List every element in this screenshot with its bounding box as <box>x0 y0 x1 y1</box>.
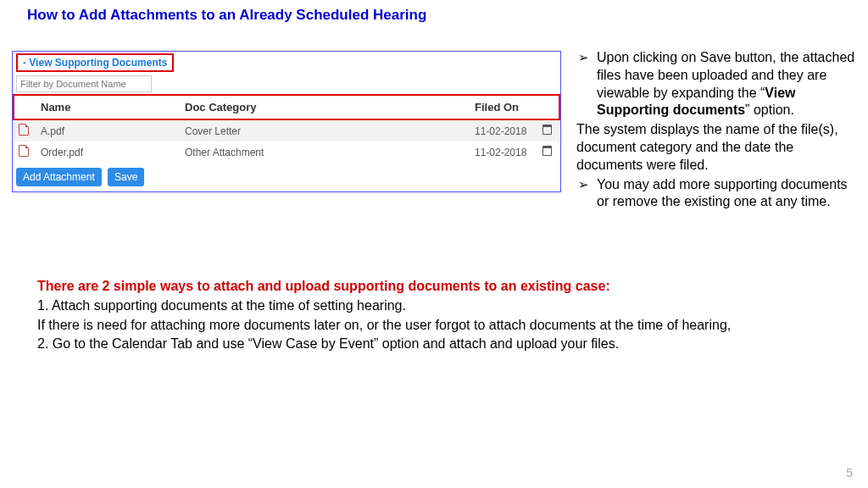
save-button[interactable]: Save <box>108 168 144 186</box>
doc-name: A.pdf <box>36 119 180 141</box>
col-header-category: Doc Category <box>180 95 470 119</box>
lower-line-3: 2. Go to the Calendar Tab and use “View … <box>37 336 834 353</box>
right-explanatory-text: Upon clicking on Save button, the attach… <box>576 49 856 213</box>
page-title: How to Add Attachments to an Already Sch… <box>27 7 426 24</box>
filter-by-document-name-input[interactable] <box>16 75 152 92</box>
paragraph-1: The system displays the name of the file… <box>576 121 856 174</box>
table-row: A.pdf Cover Letter 11-02-2018 <box>14 119 559 141</box>
lower-body-text: There are 2 simple ways to attach and up… <box>37 278 834 355</box>
vsd-highlight-box: - View Supporting Documents <box>16 53 174 72</box>
lower-line-2: If there is need for attaching more docu… <box>37 317 834 335</box>
red-lead-text: There are 2 simple ways to attach and up… <box>37 278 834 296</box>
doc-category: Other Attachment <box>180 141 470 163</box>
view-supporting-documents-link[interactable]: - View Supporting Documents <box>18 55 172 70</box>
delete-icon[interactable] <box>542 125 552 135</box>
button-row: Add Attachment Save <box>13 163 560 191</box>
pdf-icon <box>19 145 29 157</box>
lower-line-1: 1. Attach supporting documents at the ti… <box>37 297 834 315</box>
col-header-name: Name <box>36 95 180 119</box>
page-number: 5 <box>846 466 853 480</box>
doc-category: Cover Letter <box>180 119 470 141</box>
table-row: Order.pdf Other Attachment 11-02-2018 <box>14 141 559 163</box>
pdf-icon <box>19 124 29 136</box>
doc-filed: 11-02-2018 <box>470 141 537 163</box>
doc-name: Order.pdf <box>36 141 180 163</box>
documents-table: Name Doc Category Filed On A.pdf Cover L… <box>13 94 560 163</box>
add-attachment-button[interactable]: Add Attachment <box>16 168 102 186</box>
doc-filed: 11-02-2018 <box>470 119 537 141</box>
delete-icon[interactable] <box>542 146 552 156</box>
col-header-filed: Filed On <box>470 95 537 119</box>
bullet-2: You may add more supporting documents or… <box>576 176 856 212</box>
table-header-row: Name Doc Category Filed On <box>14 95 559 119</box>
bullet-1: Upon clicking on Save button, the attach… <box>576 49 856 119</box>
supporting-documents-panel: - View Supporting Documents Name Doc Cat… <box>12 51 561 192</box>
